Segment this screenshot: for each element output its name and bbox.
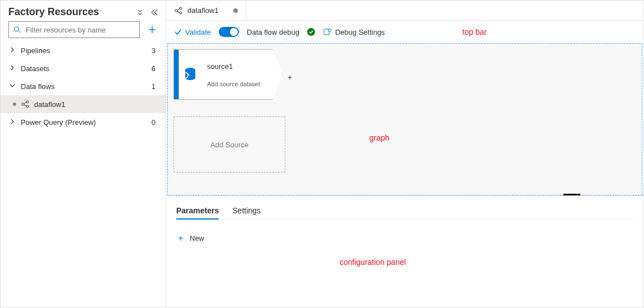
node-subtitle: Add source dataset — [207, 81, 276, 87]
configuration-panel: Parameters Settings ＋ New configuration … — [166, 195, 643, 307]
chevron-down-icon — [10, 83, 16, 90]
editor-tabbar: dataflow1 — [166, 1, 643, 21]
tree-count: 3 — [152, 46, 156, 55]
add-source-label: Add Source — [210, 141, 248, 149]
svg-line-12 — [177, 8, 180, 10]
tree-label: dataflow1 — [34, 100, 65, 109]
status-ok-icon — [307, 28, 315, 36]
resource-tree: Pipelines 3 Datasets 6 Data flows 1 — [1, 41, 166, 131]
tab-parameters[interactable]: Parameters — [176, 203, 219, 220]
debug-settings-button[interactable]: Debug Settings — [323, 27, 385, 36]
chevron-right-icon — [10, 65, 16, 72]
tree-label: Datasets — [21, 64, 49, 73]
dirty-dot-icon — [233, 8, 238, 13]
node-rail — [173, 49, 179, 100]
plus-icon: ＋ — [176, 232, 185, 244]
svg-point-9 — [175, 9, 177, 11]
tree-item-datasets[interactable]: Datasets 6 — [1, 59, 166, 77]
svg-line-1 — [18, 31, 21, 33]
datasource-icon — [179, 49, 201, 100]
annotation-config: configuration panel — [340, 258, 406, 267]
svg-point-15 — [328, 29, 331, 32]
dirty-dot-icon — [13, 102, 16, 106]
svg-line-7 — [24, 102, 26, 104]
annotation-topbar: top bar — [462, 27, 487, 36]
main-area: dataflow1 Validate Data flow debug Debug… — [166, 1, 643, 307]
settings-icon — [323, 27, 332, 36]
expand-collapse-icon[interactable] — [135, 8, 143, 16]
svg-point-0 — [15, 27, 19, 31]
tree-count: 6 — [152, 64, 156, 73]
svg-point-5 — [26, 101, 29, 103]
chevron-right-icon — [10, 119, 16, 125]
dataflow-icon — [174, 6, 183, 15]
add-resource-button[interactable] — [144, 22, 160, 38]
graph-canvas[interactable]: source1 Add source dataset + Add Source … — [167, 43, 642, 195]
node-title: source1 — [207, 62, 276, 71]
search-icon — [13, 26, 21, 34]
debug-settings-label: Debug Settings — [335, 28, 385, 36]
chevron-right-icon — [10, 47, 16, 54]
tree-label: Pipelines — [21, 46, 50, 55]
validate-button[interactable]: Validate — [174, 28, 211, 36]
tab-label: dataflow1 — [187, 6, 219, 15]
toolbar: Validate Data flow debug Debug Settings … — [166, 21, 643, 43]
check-icon — [174, 28, 182, 36]
debug-label: Data flow debug — [247, 28, 299, 36]
svg-line-13 — [177, 11, 180, 13]
svg-point-10 — [180, 7, 182, 10]
tree-count: 0 — [152, 118, 156, 127]
tree-item-dataflows[interactable]: Data flows 1 — [1, 77, 166, 95]
svg-point-4 — [22, 103, 24, 105]
tree-item-dataflow1[interactable]: dataflow1 — [1, 95, 166, 113]
svg-point-6 — [26, 105, 29, 108]
svg-line-8 — [24, 105, 26, 106]
filter-input-wrapper[interactable] — [8, 21, 140, 38]
tab-settings[interactable]: Settings — [232, 203, 261, 220]
dataflow-icon — [21, 100, 30, 109]
tree-item-powerquery[interactable]: Power Query (Preview) 0 — [1, 113, 166, 131]
add-source-button[interactable]: Add Source — [173, 116, 285, 172]
annotation-graph: graph — [369, 133, 389, 142]
source-node[interactable]: source1 Add source dataset — [173, 49, 283, 100]
svg-point-11 — [180, 12, 182, 14]
sidebar-title: Factory Resources — [8, 6, 99, 18]
new-parameter-button[interactable]: ＋ New — [176, 232, 204, 244]
sidebar: Factory Resources — [1, 1, 166, 307]
debug-toggle[interactable] — [219, 27, 239, 37]
collapse-sidebar-icon[interactable] — [150, 8, 158, 16]
tab-dataflow1[interactable]: dataflow1 — [166, 1, 246, 20]
tree-label: Data flows — [21, 82, 55, 91]
tree-count: 1 — [152, 82, 156, 91]
validate-label: Validate — [185, 28, 211, 36]
tree-item-pipelines[interactable]: Pipelines 3 — [1, 41, 166, 59]
add-step-button[interactable]: + — [288, 73, 292, 82]
new-label: New — [190, 234, 204, 242]
filter-input[interactable] — [25, 25, 135, 35]
tree-label: Power Query (Preview) — [21, 118, 96, 127]
